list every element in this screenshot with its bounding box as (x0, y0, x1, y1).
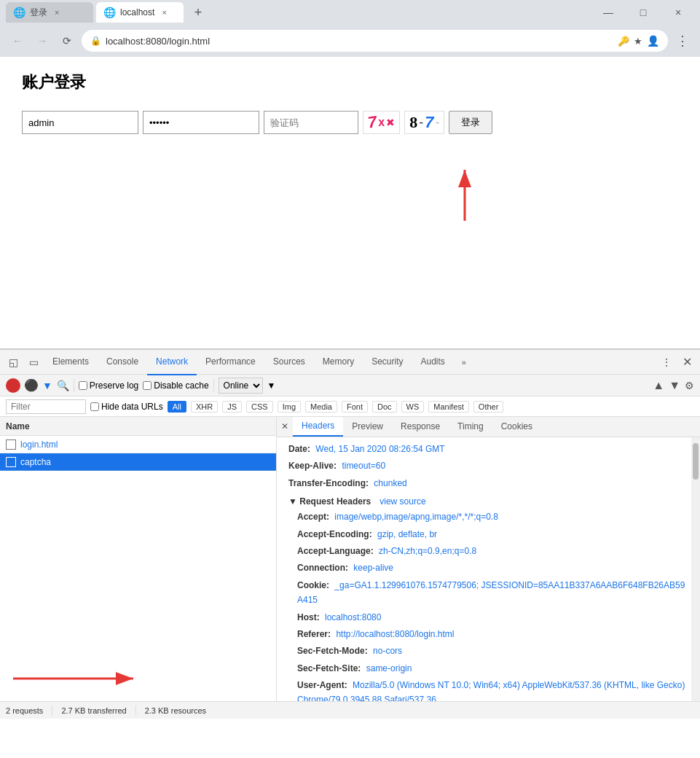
captcha-x-mark: ✖ (386, 117, 395, 128)
filter-css-btn[interactable]: CSS (246, 401, 273, 413)
details-tab-timing[interactable]: Timing (449, 417, 492, 437)
devtools-more-tabs[interactable]: » (454, 352, 474, 372)
devtools-tab-performance[interactable]: Performance (197, 349, 264, 375)
menu-button[interactable]: ⋮ (672, 31, 693, 51)
requests-header: Name (0, 417, 276, 436)
captcha-dash: - (419, 115, 423, 130)
disable-cache-checkbox[interactable] (143, 381, 152, 390)
throttle-dropdown[interactable]: ▼ (267, 380, 276, 391)
details-content: Date: Wed, 15 Jan 2020 08:26:54 GMT Keep… (277, 437, 700, 701)
details-tab-preview[interactable]: Preview (343, 417, 392, 437)
reload-button[interactable]: ⟳ (57, 31, 77, 51)
filter-doc-btn[interactable]: Doc (372, 401, 397, 413)
maximize-button[interactable]: □ (627, 2, 659, 23)
toolbar-divider (74, 379, 74, 392)
preserve-log-label[interactable]: Preserve log (79, 380, 138, 391)
devtools-tab-elements[interactable]: Elements (44, 349, 98, 375)
filter-manifest-btn[interactable]: Manifest (428, 401, 469, 413)
close-button[interactable]: × (662, 2, 694, 23)
forward-button[interactable]: → (32, 31, 52, 51)
key-icon: 🔑 (618, 36, 629, 47)
tab2-close[interactable]: × (162, 8, 166, 17)
sec-fetch-site-key: Sec-Fetch-Site: (297, 663, 361, 673)
details-tab-close[interactable]: ✕ (277, 417, 293, 437)
scroll-thumb[interactable] (693, 443, 699, 480)
req-header-cookie: Cookie: _ga=GA1.1.129961076.1574779506; … (288, 578, 685, 608)
disable-cache-label[interactable]: Disable cache (143, 380, 208, 391)
cookie-key: Cookie: (297, 580, 329, 590)
devtools-tab-network[interactable]: Network (147, 349, 197, 375)
login-button[interactable]: 登录 (449, 111, 492, 134)
details-panel: ✕ Headers Preview Response Timing Cookie… (277, 417, 700, 701)
status-divider1 (52, 706, 52, 716)
globe-icon2: 🌐 (103, 7, 116, 18)
tab-localhost[interactable]: 🌐 localhost × (96, 2, 184, 23)
throttle-select[interactable]: Online (219, 378, 263, 394)
password-input[interactable] (143, 111, 259, 134)
clear-btn[interactable]: ⚫ (25, 379, 38, 392)
filter-ws-btn[interactable]: WS (401, 401, 425, 413)
request-item-login[interactable]: login.html (0, 436, 276, 453)
devtools-tab-audits[interactable]: Audits (412, 349, 454, 375)
filter-img-btn[interactable]: Img (278, 401, 301, 413)
devtools-tab-sources[interactable]: Sources (264, 349, 314, 375)
devtools-close-btn[interactable]: ✕ (677, 352, 697, 372)
left-red-arrow (0, 658, 276, 701)
device-icon[interactable]: ▭ (23, 352, 44, 372)
filter-bar: Hide data URLs All XHR JS CSS Img Media … (0, 396, 700, 417)
captcha-input[interactable] (264, 111, 358, 134)
search-btn[interactable]: 🔍 (57, 380, 69, 391)
filter-toggle-btn[interactable]: ▼ (42, 380, 52, 391)
hide-data-urls-checkbox[interactable] (90, 402, 99, 411)
record-btn[interactable] (6, 378, 20, 393)
tab-denglu[interactable]: 🌐 登录 × (6, 2, 93, 23)
preserve-log-checkbox[interactable] (79, 381, 87, 390)
request-item-captcha[interactable]: captcha (0, 453, 276, 471)
devtools-tab-security[interactable]: Security (363, 349, 412, 375)
request-headers-section-title: ▼ Request Headers view source (288, 496, 685, 507)
details-tab-response[interactable]: Response (392, 417, 449, 437)
details-scrollbar[interactable] (691, 437, 700, 701)
account-icon[interactable]: 👤 (647, 35, 659, 47)
star-icon[interactable]: ★ (634, 36, 642, 47)
view-source-link[interactable]: view source (380, 496, 425, 507)
address-input-box[interactable]: 🔒 localhost:8080/login.html 🔑 ★ 👤 (82, 30, 668, 52)
filter-all-btn[interactable]: All (168, 401, 186, 413)
devtools-more-menu[interactable]: ⋮ (656, 352, 677, 372)
minimize-button[interactable]: — (592, 2, 624, 23)
inspect-icon[interactable]: ◱ (3, 352, 23, 372)
req-header-user-agent: User-Agent: Mozilla/5.0 (Windows NT 10.0… (288, 678, 685, 701)
login-form: 7 x ✖ 8 - 7 - 登录 (22, 111, 678, 134)
transfer-val: chunked (374, 478, 406, 488)
back-button[interactable]: ← (7, 31, 28, 51)
import-btn[interactable]: ▲ (653, 379, 664, 392)
captcha-num1: 8 (409, 113, 417, 132)
browser-window: 🌐 登录 × 🌐 localhost × + — □ × ← → ⟳ 🔒 lo (0, 0, 700, 719)
page-content: 账户登录 7 x ✖ 8 - 7 - 登录 (0, 57, 700, 348)
filter-other-btn[interactable]: Other (473, 401, 504, 413)
filter-media-btn[interactable]: Media (305, 401, 337, 413)
details-tab-headers[interactable]: Headers (293, 417, 343, 437)
filter-font-btn[interactable]: Font (342, 401, 368, 413)
accept-val: image/webp,image/apng,image/*,*/*;q=0.8 (334, 512, 498, 522)
date-val: Wed, 15 Jan 2020 08:26:54 GMT (315, 444, 444, 454)
hide-data-urls-label[interactable]: Hide data URLs (90, 402, 163, 412)
devtools-tab-memory[interactable]: Memory (314, 349, 363, 375)
username-input[interactable] (22, 111, 138, 134)
export-btn[interactable]: ▼ (669, 379, 680, 392)
details-tab-cookies[interactable]: Cookies (492, 417, 541, 437)
host-key: Host: (297, 612, 320, 622)
devtools-tab-console[interactable]: Console (98, 349, 147, 375)
request-headers-label: ▼ Request Headers (288, 496, 371, 507)
filter-js-btn[interactable]: JS (222, 401, 242, 413)
filter-xhr-btn[interactable]: XHR (191, 401, 218, 413)
req-header-connection: Connection: keep-alive (288, 560, 685, 575)
referer-val: http://localhost:8080/login.html (336, 629, 454, 639)
settings-btn[interactable]: ⚙ (685, 380, 694, 391)
toolbar2-divider2 (213, 379, 214, 392)
tab1-close[interactable]: × (55, 8, 59, 17)
red-arrow-annotation (436, 159, 494, 227)
response-header-transfer: Transfer-Encoding: chunked (288, 476, 685, 491)
filter-input[interactable] (6, 399, 86, 414)
new-tab-button[interactable]: + (188, 2, 208, 23)
